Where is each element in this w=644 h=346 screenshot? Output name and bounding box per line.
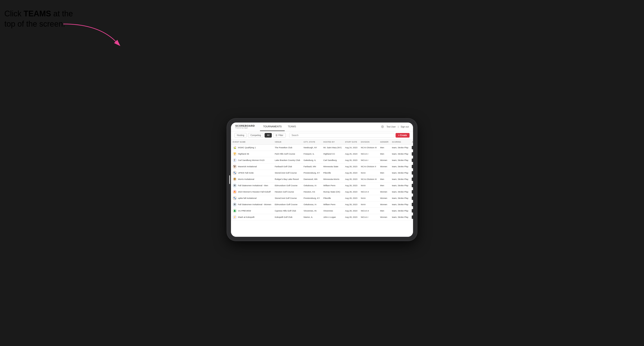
cell-venue: StoneCrest Golf Course [273,170,302,176]
cell-actions: ✎ Edit [410,170,413,176]
event-icon: 🦁 [233,177,237,181]
cell-start-date: Aug 24, 2023 [343,144,359,151]
nav-link-tournaments[interactable]: TOURNAMENTS [260,123,285,131]
table-row: 🏌 Carl Sandburg Women FA23 Lake Bracken … [231,157,413,163]
cell-division: NCAA Division III [359,176,378,182]
cell-gender: Women [378,157,390,163]
filter-button[interactable]: ☰ Filter [273,133,286,138]
all-tab[interactable]: All [264,133,272,138]
edit-button[interactable]: ✎ Edit [412,177,413,181]
edit-button[interactable]: ✎ Edit [412,152,413,156]
table-row: ⚡ Klash at Kokopelli Kokopelli Golf Club… [231,214,413,220]
cell-division: NCAA Division III [359,144,378,151]
event-name-text: Maverick Invitational [238,165,257,168]
event-icon: ⚡ [233,215,237,219]
edit-button[interactable]: ✎ Edit [412,196,413,200]
tournaments-table: EVENT NAME VENUE CITY, STATE HOSTED BY S… [231,140,413,220]
cell-division: NICAA II [359,207,378,214]
cell-event-name: 🔥 2023 Women's Hesston Fall Kickoff [231,188,273,195]
event-name-text: 2023 Women's Hesston Fall Kickoff [238,190,270,193]
cell-actions: ✎ Edit [410,182,413,188]
cell-start-date: Aug 25, 2023 [343,151,359,157]
cell-city-state: Galesburg, IL [302,157,322,163]
cell-actions: ✎ Edit [410,144,413,151]
cell-venue: Edmundson Golf Course [273,182,302,188]
cell-event-name: 🏛 Fall Statesmen Invitational - Women [231,201,273,207]
cell-event-name: 🏆 Highland 36 [231,151,273,157]
edit-button[interactable]: ✎ Edit [412,146,413,149]
cell-city-state: Oskaloosa, IA [302,201,322,207]
cell-hosted-by: Minnesota State [322,163,343,170]
edit-button[interactable]: ✎ Edit [412,215,413,219]
edit-button[interactable]: ✎ Edit [412,190,413,194]
toolbar: Hosting Competing All ☰ Filter + Create [231,131,413,140]
edit-button[interactable]: ✎ Edit [412,165,413,168]
col-gender: GENDER [378,140,390,145]
hosting-tab[interactable]: Hosting [234,133,247,138]
cell-start-date: Aug 28, 2023 [343,182,359,188]
cell-gender: Men [378,207,390,214]
col-city-state: CITY, STATE [302,140,322,145]
cell-hosted-by: William Penn [322,201,343,207]
edit-button[interactable]: ✎ Edit [412,159,413,162]
edit-button[interactable]: ✎ Edit [412,171,413,175]
cell-hosted-by: Highland CC [322,151,343,157]
cell-hosted-by: William Penn [322,182,343,188]
table-row: 🔥 2023 Women's Hesston Fall Kickoff Hess… [231,188,413,195]
cell-gender: Men [378,182,390,188]
cell-gender: Men [378,144,390,151]
cell-division: NCAA Division II [359,163,378,170]
event-icon: 🏛 [233,202,237,206]
table-row: 🦁 Morris Invitational Ruttger's Bay Lake… [231,176,413,182]
logo-subtitle: Powered by clippit [235,127,255,129]
cell-hosted-by: Mt. Saint Mary (NY) [322,144,343,151]
edit-button[interactable]: ✎ Edit [412,203,413,206]
cell-venue: Faribault Golf Club [273,163,302,170]
cell-venue: StoneCrest Golf Course [273,195,302,201]
create-button[interactable]: + Create [396,133,410,138]
event-name-text: MSMC Qualifying 1 [238,146,256,149]
edit-button[interactable]: ✎ Edit [412,209,413,213]
cell-city-state: Oskaloosa, IA [302,182,322,188]
cell-venue: Cypress Hills Golf Club [273,207,302,214]
cell-city-state: Newburgh, NY [302,144,322,151]
cell-scoring: team, Stroke Play [390,176,410,182]
event-icon: 🏛 [233,183,237,187]
nav-link-teams[interactable]: TEAMS [285,123,299,131]
cell-scoring: team, Stroke Play [390,214,410,220]
cell-hosted-by: Minnesota-Morris [322,176,343,182]
event-icon: 🐾 [233,171,237,175]
col-actions: ACTIONS [410,140,413,145]
competing-tab[interactable]: Competing [248,133,263,138]
event-name-text: Klash at Kokopelli [238,216,254,218]
sign-out-link[interactable]: Sign out [400,126,409,128]
cell-hosted-by: Carl Sandburg [322,157,343,163]
nav-right: Test User | Sign out [381,125,409,128]
cell-actions: ✎ Edit [410,151,413,157]
edit-button[interactable]: ✎ Edit [412,184,413,187]
cell-event-name: ⚡ Klash at Kokopelli [231,214,273,220]
table-header-row: EVENT NAME VENUE CITY, STATE HOSTED BY S… [231,140,413,145]
event-name-text: upike fall invitational [238,197,256,199]
col-venue: VENUE [273,140,302,145]
cell-event-name: 🏌 Carl Sandburg Women FA23 [231,157,273,163]
cell-actions: ✎ Edit [410,157,413,163]
event-icon: 🏆 [233,152,237,156]
search-input[interactable] [289,133,394,138]
table-row: 🏆 Highland 36 Park Hills Golf Course Fre… [231,151,413,157]
cell-venue: Ruttger's Bay Lake Resort [273,176,302,182]
table-container[interactable]: EVENT NAME VENUE CITY, STATE HOSTED BY S… [231,140,413,237]
cell-hosted-by: Pikeville [322,170,343,176]
col-division: DIVISION [359,140,378,145]
nav-links: TOURNAMENTS TEAMS [260,123,299,131]
col-event-name: EVENT NAME [231,140,273,145]
cell-venue: Hesston Golf Course [273,188,302,195]
event-icon: 🌲 [233,209,237,213]
cell-actions: ✎ Edit [410,188,413,195]
cell-actions: ✎ Edit [410,214,413,220]
cell-gender: Women [378,214,390,220]
cell-scoring: team, Stroke Play [390,157,410,163]
cell-actions: ✎ Edit [410,207,413,214]
cell-hosted-by: Murray State (OK) [322,188,343,195]
event-icon: 🦅 [233,165,237,169]
